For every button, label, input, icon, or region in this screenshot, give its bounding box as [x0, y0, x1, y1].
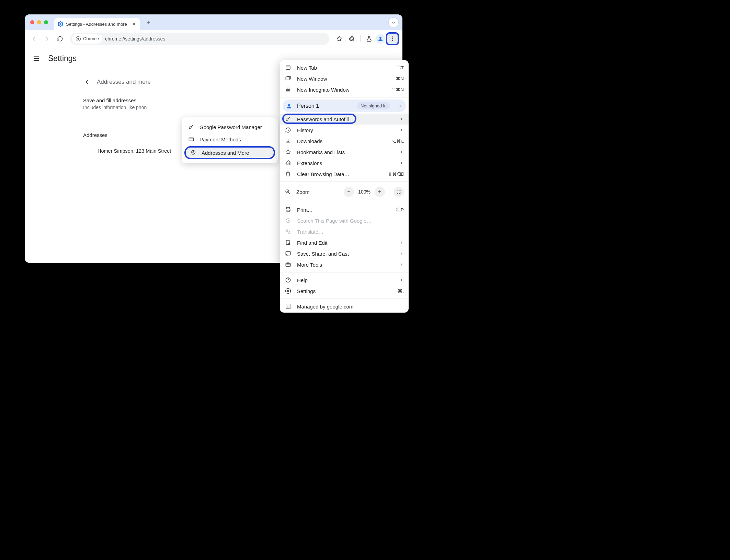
forward-button[interactable] — [41, 33, 53, 45]
submenu-payment-methods[interactable]: Payment Methods — [182, 133, 278, 145]
extensions-puzzle-icon[interactable] — [346, 33, 357, 45]
profile-status-badge: Not signed in — [357, 102, 390, 109]
menu-help[interactable]: Help — [280, 275, 409, 285]
pin-icon — [190, 150, 197, 156]
labs-flask-icon[interactable] — [363, 33, 375, 45]
chevron-right-icon — [399, 278, 404, 282]
breadcrumb-label: Addresses and more — [97, 79, 151, 85]
menu-translate: Translate… — [280, 226, 409, 237]
key-icon — [188, 124, 195, 130]
svg-rect-8 — [189, 138, 194, 141]
cast-icon — [285, 250, 292, 257]
chevron-right-icon — [399, 150, 404, 154]
submenu-item-label: Payment Methods — [199, 137, 241, 142]
zoom-out-button[interactable]: − — [344, 187, 354, 197]
chevron-right-icon — [399, 262, 404, 267]
chrome-menu: New Tab ⌘T New Window ⌘N New Incognito W… — [280, 60, 409, 313]
toolbox-icon — [285, 261, 292, 268]
submenu-item-label: Google Password Manager — [199, 124, 262, 130]
svg-point-25 — [287, 290, 289, 292]
autofill-submenu: Google Password Manager Payment Methods … — [182, 117, 278, 163]
svg-point-3 — [379, 37, 381, 39]
page-title: Settings — [48, 54, 77, 63]
chevron-right-icon — [399, 117, 404, 121]
maximize-window-button[interactable] — [44, 20, 48, 24]
menu-print[interactable]: Print… ⌘P — [280, 204, 409, 215]
omnibox[interactable]: Chrome chrome://settings/addresses — [70, 33, 329, 45]
browser-window: Settings - Addresses and more Chrome — [25, 14, 402, 263]
menu-separator — [280, 272, 409, 272]
settings-gear-icon — [58, 21, 63, 27]
download-icon — [285, 138, 292, 144]
hamburger-menu-icon[interactable] — [32, 55, 41, 63]
close-window-button[interactable] — [30, 20, 34, 24]
svg-rect-20 — [286, 240, 289, 244]
submenu-password-manager[interactable]: Google Password Manager — [182, 121, 278, 133]
new-window-icon — [285, 75, 292, 82]
history-icon — [285, 127, 292, 133]
menu-search-page: Search This Page with Google… — [280, 215, 409, 226]
menu-find-edit[interactable]: Find and Edit — [280, 237, 409, 248]
menu-profile-row[interactable]: Person 1 Not signed in — [283, 100, 406, 112]
submenu-addresses-and-more[interactable]: Addresses and More — [184, 146, 275, 159]
menu-new-window[interactable]: New Window ⌘N — [280, 73, 409, 84]
menu-save-share-cast[interactable]: Save, Share, and Cast — [280, 248, 409, 259]
translate-icon — [285, 229, 292, 235]
toolbar-actions — [333, 32, 399, 45]
zoom-in-button[interactable]: + — [375, 187, 385, 197]
tabs-dropdown-button[interactable] — [389, 18, 398, 27]
menu-more-tools[interactable]: More Tools — [280, 259, 409, 270]
google-g-icon — [285, 218, 292, 224]
fullscreen-button[interactable] — [393, 187, 404, 197]
menu-settings[interactable]: Settings ⌘, — [280, 285, 409, 296]
incognito-icon — [285, 86, 292, 93]
help-icon — [285, 277, 292, 283]
svg-rect-10 — [286, 66, 290, 70]
svg-point-13 — [288, 90, 290, 91]
zoom-separator — [389, 188, 389, 196]
tab-title: Settings - Addresses and more — [66, 22, 128, 27]
new-tab-button[interactable] — [144, 18, 153, 27]
chevron-right-icon — [398, 104, 402, 108]
svg-point-12 — [286, 90, 288, 91]
key-icon — [285, 116, 292, 122]
kebab-icon — [389, 36, 396, 42]
svg-point-7 — [189, 127, 191, 129]
site-chip[interactable]: Chrome — [72, 34, 102, 44]
menu-new-incognito[interactable]: New Incognito Window ⇧⌘N — [280, 84, 409, 95]
svg-point-5 — [392, 38, 393, 39]
chevron-right-icon — [399, 251, 404, 256]
minimize-window-button[interactable] — [37, 20, 41, 24]
svg-rect-11 — [286, 77, 289, 80]
back-button[interactable] — [28, 33, 40, 45]
menu-passwords-autofill[interactable]: Passwords and Autofill — [280, 114, 409, 125]
bookmark-star-icon[interactable] — [333, 33, 345, 45]
menu-bookmarks[interactable]: Bookmarks and Lists — [280, 147, 409, 158]
chrome-menu-button[interactable] — [386, 32, 399, 45]
reload-button[interactable] — [54, 33, 66, 45]
browser-tab[interactable]: Settings - Addresses and more — [54, 18, 140, 30]
person-icon — [286, 103, 292, 109]
svg-point-0 — [60, 23, 61, 25]
trash-icon — [285, 171, 292, 177]
chevron-right-icon — [399, 128, 404, 132]
menu-history[interactable]: History — [280, 125, 409, 136]
menu-separator — [280, 97, 409, 97]
menu-downloads[interactable]: Downloads ⌥⌘L — [280, 136, 409, 147]
tab-strip: Settings - Addresses and more — [25, 14, 402, 30]
print-icon — [285, 207, 292, 213]
menu-clear-data[interactable]: Clear Browsing Data… ⇧⌘⌫ — [280, 168, 409, 179]
menu-extensions[interactable]: Extensions — [280, 158, 409, 168]
window-controls — [30, 20, 48, 24]
svg-rect-26 — [286, 304, 290, 309]
close-tab-icon[interactable] — [131, 21, 137, 27]
menu-new-tab[interactable]: New Tab ⌘T — [280, 62, 409, 73]
profile-button[interactable] — [376, 34, 385, 44]
menu-managed[interactable]: Managed by google.com — [280, 301, 409, 312]
svg-point-2 — [77, 38, 79, 39]
chrome-logo-icon — [76, 36, 81, 42]
profile-name: Person 1 — [297, 103, 319, 109]
submenu-item-label: Addresses and More — [202, 150, 249, 156]
menu-separator — [280, 182, 409, 182]
breadcrumb-back-icon[interactable] — [83, 78, 91, 86]
